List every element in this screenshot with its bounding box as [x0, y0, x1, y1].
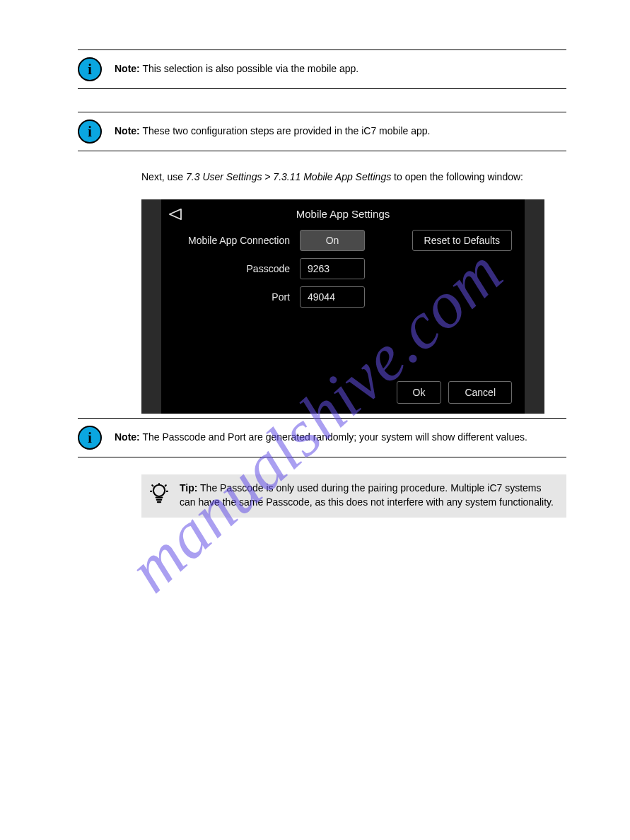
- label-port: Port: [174, 291, 300, 303]
- tip-label: Tip:: [180, 482, 197, 494]
- tip-text: Tip: The Passcode is only used during th…: [180, 482, 554, 509]
- screenshot-left-bezel: [141, 199, 161, 414]
- port-field[interactable]: 49044: [300, 286, 365, 308]
- tip-box: Tip: The Passcode is only used during th…: [141, 474, 566, 518]
- dialog-button-row: Ok Cancel: [397, 381, 512, 404]
- note-body: The Passcode and Port are generated rand…: [142, 431, 527, 443]
- note-row-2: i Note: These two configuration steps ar…: [78, 112, 566, 151]
- tip-body: The Passcode is only used during the pai…: [180, 482, 554, 508]
- toggle-connection[interactable]: On: [300, 230, 365, 251]
- para-suffix: to open the following window:: [394, 171, 523, 182]
- label-connection: Mobile App Connection: [174, 235, 300, 246]
- para-prefix: Next, use: [141, 171, 183, 182]
- note-row-3: i Note: The Passcode and Port are genera…: [78, 419, 566, 457]
- settings-screenshot: Mobile App Settings Mobile App Connectio…: [141, 199, 544, 414]
- svg-point-0: [153, 485, 165, 496]
- note-label: Note:: [115, 431, 140, 443]
- note-text: Note: The Passcode and Port are generate…: [115, 426, 527, 445]
- paragraph: Next, use 7.3 User Settings > 7.3.11 Mob…: [78, 151, 566, 199]
- info-icon: i: [78, 119, 102, 144]
- menu-path: 7.3 User Settings > 7.3.11 Mobile App Se…: [186, 171, 391, 182]
- screenshot-screen: Mobile App Settings Mobile App Connectio…: [161, 199, 525, 414]
- info-icon: i: [78, 426, 102, 450]
- note-body: This selection is also possible via the …: [142, 63, 358, 74]
- info-icon: i: [78, 57, 102, 81]
- note-text: Note: This selection is also possible vi…: [115, 57, 358, 76]
- note-label: Note:: [115, 63, 140, 74]
- cancel-button[interactable]: Cancel: [448, 381, 512, 404]
- reset-to-defaults-button[interactable]: Reset to Defaults: [412, 230, 512, 251]
- dialog-title: Mobile App Settings: [174, 208, 512, 230]
- row-passcode: Passcode 9263: [174, 258, 512, 279]
- row-connection: Mobile App Connection On Reset to Defaul…: [174, 230, 512, 251]
- note-label: Note:: [115, 125, 140, 136]
- note-row-1: i Note: This selection is also possible …: [78, 50, 566, 88]
- row-port: Port 49044: [174, 286, 512, 308]
- lightbulb-icon: [150, 482, 168, 508]
- back-icon[interactable]: [167, 208, 182, 221]
- passcode-field[interactable]: 9263: [300, 258, 365, 279]
- ok-button[interactable]: Ok: [397, 381, 442, 404]
- note-body: These two configuration steps are provid…: [142, 125, 430, 136]
- note-text: Note: These two configuration steps are …: [115, 119, 430, 139]
- label-passcode: Passcode: [174, 263, 300, 274]
- document-page: i Note: This selection is also possible …: [0, 0, 630, 546]
- screenshot-right-bezel: [525, 199, 544, 414]
